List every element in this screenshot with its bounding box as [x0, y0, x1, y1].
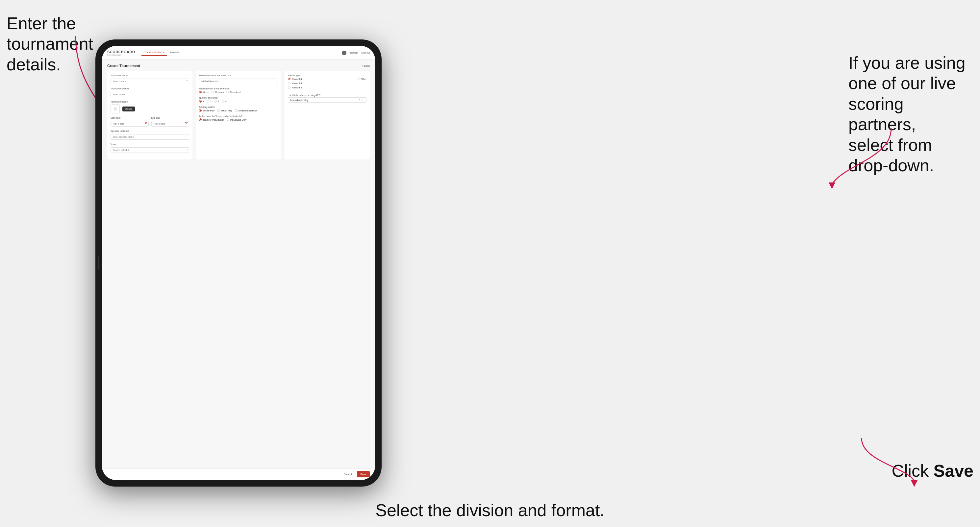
teams-label: Is this event for Teams and/or Individua…	[199, 115, 278, 117]
scoring-match-radio[interactable]	[217, 109, 220, 112]
back-link[interactable]: < Back	[361, 64, 370, 67]
teams-teams-dot	[200, 119, 201, 120]
format-type-label: Format type	[288, 74, 366, 76]
page-title: Create Tournament	[107, 64, 140, 68]
scoring-stroke[interactable]: Stroke Play	[199, 109, 215, 112]
api-field[interactable]: Leaderboard King ✕ ⌄	[288, 97, 366, 103]
calendar-icon: 📅	[145, 122, 147, 125]
user-avatar	[342, 51, 347, 55]
format-type-options: 5 count 4 Other 6 count 4	[288, 78, 366, 89]
sponsor-input[interactable]	[111, 134, 189, 140]
teams-teams-radio[interactable]	[199, 118, 202, 121]
rounds-2[interactable]: 2	[207, 100, 212, 103]
form-col-1: Tournament Host ▾ Tournament name Tourna…	[107, 71, 192, 159]
tablet-screen: SCOREBOARD Powered by Clippit TOURNAMENT…	[102, 46, 375, 480]
end-date-label: End date	[151, 117, 189, 119]
form-grid: Tournament Host ▾ Tournament name Tourna…	[107, 71, 370, 159]
rounds-4[interactable]: 4	[222, 100, 227, 103]
gender-mens-radio[interactable]	[199, 91, 202, 94]
scoring-match[interactable]: Match Play	[217, 109, 232, 112]
teams-individuals[interactable]: Individuals Only	[227, 118, 247, 121]
rounds-3-radio[interactable]	[214, 100, 217, 103]
venue-input-wrapper: ▾	[111, 146, 189, 153]
tournament-host-input-wrapper: ▾	[111, 78, 189, 84]
date-grid: Start date 📅 End date 📅	[111, 117, 189, 130]
division-input[interactable]	[199, 79, 278, 84]
annotation-save-text: Save	[934, 461, 974, 480]
start-date-wrapper: 📅	[111, 120, 149, 127]
venue-input[interactable]	[111, 147, 189, 153]
sign-out-link[interactable]: Sign out	[361, 52, 370, 54]
scoring-stroke-radio[interactable]	[199, 109, 202, 112]
api-clear-button[interactable]: ✕	[358, 98, 361, 101]
tablet-device: SCOREBOARD Powered by Clippit TOURNAMENT…	[95, 40, 382, 487]
gender-radio-group: Mens Womens Combined	[199, 91, 278, 94]
other-radio[interactable]	[357, 78, 360, 80]
nav-tab-teams[interactable]: TEAMS	[167, 50, 181, 56]
tournament-host-input[interactable]	[111, 79, 189, 84]
rounds-3[interactable]: 3	[214, 100, 219, 103]
teams-group: Is this event for Teams and/or Individua…	[199, 115, 278, 121]
start-date-label: Start date	[111, 117, 149, 119]
tournament-name-input[interactable]	[111, 92, 189, 97]
gender-mens[interactable]: Mens	[199, 91, 208, 94]
scoring-group: Scoring system Stroke Play Match Play	[199, 106, 278, 112]
rounds-1-radio[interactable]	[199, 100, 202, 103]
format-0-label: 5 count 4	[293, 78, 302, 80]
scoring-medal-radio[interactable]	[235, 109, 237, 112]
format-1-radio[interactable]	[288, 82, 291, 84]
nav-tab-tournaments[interactable]: TOURNAMENTS	[142, 50, 167, 56]
rounds-1[interactable]: 1	[199, 100, 204, 103]
rounds-3-label: 3	[218, 100, 219, 103]
gender-combined-radio[interactable]	[226, 91, 229, 94]
form-col-3: Format type 5 count 4 Other	[285, 71, 370, 159]
end-date-wrapper: 📅	[151, 120, 189, 127]
format-type-group: Format type 5 count 4 Other	[288, 74, 366, 89]
division-group: Which division is the event for? ▾	[199, 74, 278, 84]
api-value: Leaderboard King	[290, 99, 309, 101]
api-expand-button[interactable]: ⌄	[361, 98, 364, 101]
rounds-4-radio[interactable]	[222, 100, 224, 103]
nav-tabs: TOURNAMENTS TEAMS	[142, 50, 342, 56]
start-date-input[interactable]	[111, 121, 149, 127]
end-date-input[interactable]	[151, 121, 189, 127]
svg-marker-1	[829, 183, 835, 189]
end-date-group: End date 📅	[151, 117, 189, 127]
scoring-label: Scoring system	[199, 106, 278, 108]
tournament-name-group: Tournament name	[111, 87, 189, 97]
logo-upload-area: 🖼 Upload	[111, 104, 189, 113]
gender-womens-label: Womens	[215, 91, 224, 94]
division-label: Which division is the event for?	[199, 74, 278, 76]
rounds-2-radio[interactable]	[207, 100, 209, 103]
gender-womens-radio[interactable]	[211, 91, 213, 94]
header-right: Test User | Sign out	[342, 51, 370, 55]
api-group: Use third-party live scoring API? Leader…	[288, 94, 366, 103]
save-button[interactable]: Save	[357, 471, 370, 477]
tournament-host-label: Tournament Host	[111, 74, 189, 76]
gender-combined[interactable]: Combined	[226, 91, 240, 94]
form-col-2: Which division is the event for? ▾ Which…	[196, 71, 281, 159]
rounds-radio-group: 1 2 3 4	[199, 100, 278, 103]
format-2-radio[interactable]	[288, 86, 291, 89]
format-0-dot	[288, 78, 290, 79]
format-0-radio[interactable]	[288, 78, 291, 80]
scoring-medal-match[interactable]: Medal Match Play	[235, 109, 257, 112]
upload-button[interactable]: Upload	[123, 106, 135, 111]
venue-group: Venue ▾	[111, 143, 189, 153]
cancel-button[interactable]: Cancel	[341, 471, 354, 477]
logo-area: SCOREBOARD Powered by Clippit	[107, 50, 135, 56]
scoring-medal-label: Medal Match Play	[239, 110, 257, 112]
user-text: Test User |	[348, 52, 359, 54]
format-1-label: 6 count 4	[293, 82, 302, 84]
api-label: Use third-party live scoring API?	[288, 94, 366, 96]
sponsor-group: Sponsor (optional)	[111, 130, 189, 140]
teams-teams[interactable]: Teams (+Individuals)	[199, 118, 224, 121]
annotation-bottom-center: Select the division and format.	[375, 500, 605, 521]
logo-placeholder: 🖼	[111, 104, 120, 113]
app-header: SCOREBOARD Powered by Clippit TOURNAMENT…	[102, 46, 375, 60]
gender-label: Which gender is the event for?	[199, 87, 278, 90]
tournament-host-group: Tournament Host ▾	[111, 74, 189, 84]
teams-individuals-radio[interactable]	[227, 118, 229, 121]
gender-womens[interactable]: Womens	[211, 91, 224, 94]
rounds-group: Number of rounds 1 2	[199, 97, 278, 103]
